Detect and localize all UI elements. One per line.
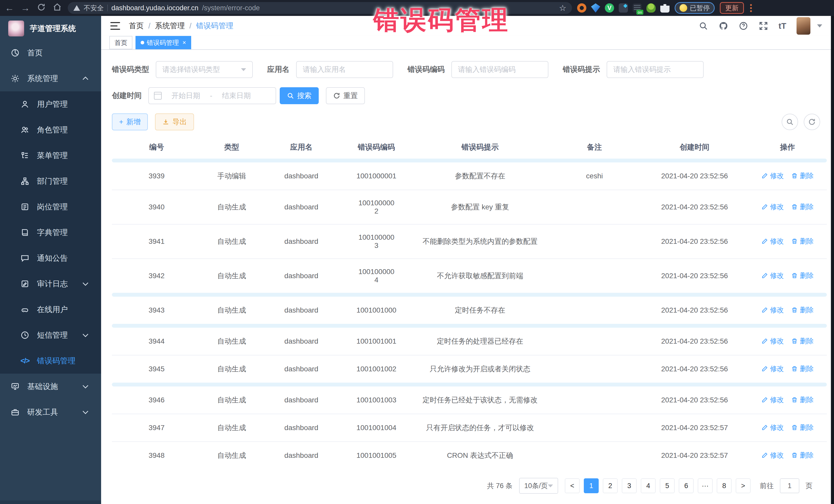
sidebar-item-audit-log[interactable]: 审计日志	[0, 271, 101, 297]
tab-error-code[interactable]: 错误码管理 ×	[135, 36, 191, 49]
delete-button[interactable]: 删除	[791, 395, 814, 404]
delete-button[interactable]: 删除	[791, 237, 814, 246]
table-row[interactable]: 3945自动生成dashboard 1001001002 只允许修改为开启或者关…	[112, 355, 827, 382]
error-type-select[interactable]: 请选择错误码类型	[156, 61, 253, 78]
table-row[interactable]: 3941自动生成dashboard 1001000003 不能删除类型为系统内置…	[112, 224, 827, 259]
extensions-puzzle-icon[interactable]	[660, 3, 670, 13]
edit-button[interactable]: 修改	[761, 336, 784, 346]
extension-orange-icon[interactable]	[577, 3, 586, 13]
sidebar-item-sms[interactable]: 短信管理	[0, 322, 101, 348]
sidebar-item-dict[interactable]: 字典管理	[0, 220, 101, 245]
hamburger-icon[interactable]	[110, 22, 120, 30]
chrome-update-button[interactable]: 更新	[720, 2, 744, 14]
table-row[interactable]: 3944自动生成dashboard 1001001001 定时任务的处理器已经存…	[112, 328, 827, 355]
add-button[interactable]: + 新增	[112, 113, 148, 130]
sidebar-item-notice[interactable]: 通知公告	[0, 245, 101, 271]
sidebar-item-roles[interactable]: 角色管理	[0, 117, 101, 143]
page-ellipsis[interactable]: ···	[698, 478, 712, 493]
export-button[interactable]: 导出	[155, 113, 194, 130]
sidebar-item-users[interactable]: 用户管理	[0, 91, 101, 117]
edit-button[interactable]: 修改	[761, 305, 784, 314]
browser-reload-icon[interactable]	[36, 3, 47, 13]
bookmark-star-icon[interactable]: ☆	[559, 3, 566, 13]
start-date-input[interactable]	[165, 92, 206, 100]
delete-button[interactable]: 删除	[791, 271, 814, 280]
user-avatar[interactable]	[796, 17, 810, 35]
table-row[interactable]: 3947自动生成dashboard 1001001004 只有开启状态的任务，才…	[112, 414, 827, 442]
page-size-select[interactable]: 10条/页	[519, 478, 558, 494]
tab-close-icon[interactable]: ×	[182, 39, 186, 46]
edit-button[interactable]: 修改	[761, 423, 784, 432]
reset-button[interactable]: 重置	[326, 87, 365, 104]
page-button-4[interactable]: 4	[641, 478, 656, 493]
edit-button[interactable]: 修改	[761, 202, 784, 212]
sidebar-item-menus[interactable]: 菜单管理	[0, 143, 101, 168]
sidebar-item-dev-tools[interactable]: 研发工具	[0, 399, 101, 425]
browser-back-icon[interactable]: ←	[4, 3, 15, 13]
page-button-1[interactable]: 1	[584, 478, 599, 493]
delete-button[interactable]: 删除	[791, 423, 814, 432]
sidebar-logo-row[interactable]: 芋道管理系统	[0, 16, 101, 40]
extension-gem-icon[interactable]	[591, 3, 600, 13]
extension-grid-icon[interactable]	[619, 3, 628, 13]
goto-page-input[interactable]	[780, 478, 799, 493]
browser-home-icon[interactable]	[52, 3, 63, 13]
sidebar-item-home[interactable]: 首页	[0, 40, 101, 66]
search-button[interactable]: 搜索	[280, 87, 319, 104]
delete-button[interactable]: 删除	[791, 364, 814, 373]
table-row[interactable]: 3939手动编辑dashboard 1001000001 参数配置不存在cesh…	[112, 162, 827, 190]
vue-devtools-icon[interactable]: V	[605, 3, 614, 13]
sidebar-item-online-users[interactable]: 在线用户	[0, 297, 101, 322]
browser-forward-icon[interactable]: →	[20, 3, 31, 13]
sidebar-footer-bar[interactable]	[0, 500, 101, 504]
edit-button[interactable]: 修改	[761, 364, 784, 373]
page-button-3[interactable]: 3	[622, 478, 637, 493]
chrome-menu-icon[interactable]	[750, 4, 752, 12]
next-page-button[interactable]: >	[736, 478, 751, 493]
table-row[interactable]: 3942自动生成dashboard 1001000004 不允许获取敏感配置到前…	[112, 259, 827, 293]
sidebar-item-posts[interactable]: 岗位管理	[0, 194, 101, 220]
edit-button[interactable]: 修改	[761, 395, 784, 404]
table-row[interactable]: 3948自动生成dashboard 1001001005 CRON 表达式不正确…	[112, 442, 827, 469]
edit-button[interactable]: 修改	[761, 171, 784, 180]
refresh-table-icon[interactable]	[804, 114, 820, 130]
sidebar-item-departments[interactable]: 部门管理	[0, 168, 101, 194]
app-name-input[interactable]	[296, 61, 393, 78]
tab-home[interactable]: 首页	[109, 36, 132, 49]
delete-button[interactable]: 删除	[791, 305, 814, 314]
edit-button[interactable]: 修改	[761, 271, 784, 280]
page-button-6[interactable]: 6	[679, 478, 694, 493]
page-button-8[interactable]: 8	[717, 478, 731, 493]
breadcrumb-system[interactable]: 系统管理	[155, 21, 185, 31]
delete-button[interactable]: 删除	[791, 171, 814, 180]
help-icon[interactable]	[739, 21, 748, 31]
breadcrumb-home[interactable]: 首页	[129, 21, 144, 31]
fullscreen-icon[interactable]	[759, 21, 768, 31]
sidebar-item-infrastructure[interactable]: 基础设施	[0, 374, 101, 399]
error-msg-input[interactable]	[607, 61, 704, 78]
sidebar-item-system[interactable]: 系统管理	[0, 66, 101, 91]
avatar-caret-icon[interactable]	[817, 24, 822, 27]
extension-spy-icon[interactable]	[646, 3, 656, 13]
edit-button[interactable]: 修改	[761, 237, 784, 246]
search-icon[interactable]	[699, 21, 708, 31]
table-row[interactable]: 3940自动生成dashboard 1001000002 参数配置 key 重复…	[112, 190, 827, 224]
page-button-5[interactable]: 5	[660, 478, 675, 493]
extension-switch-icon[interactable]: on	[633, 3, 642, 13]
page-button-2[interactable]: 2	[603, 478, 618, 493]
table-row[interactable]: 3943自动生成dashboard 1001001000 定时任务不存在2021…	[112, 297, 827, 324]
delete-button[interactable]: 删除	[791, 202, 814, 212]
end-date-input[interactable]	[216, 92, 257, 100]
date-range-picker[interactable]: -	[148, 87, 276, 104]
sidebar-item-error-code[interactable]: </> 错误码管理	[0, 348, 101, 374]
edit-button[interactable]: 修改	[761, 451, 784, 460]
github-icon[interactable]	[719, 21, 728, 31]
show-search-toggle-icon[interactable]	[782, 114, 798, 130]
prev-page-button[interactable]: <	[565, 478, 580, 493]
table-row[interactable]: 3946自动生成dashboard 1001001003 定时任务已经处于该状态…	[112, 387, 827, 414]
font-size-icon[interactable]: tT	[778, 21, 786, 31]
delete-button[interactable]: 删除	[791, 451, 814, 460]
profile-paused-pill[interactable]: 已暂停	[675, 2, 715, 14]
delete-button[interactable]: 删除	[791, 336, 814, 346]
error-code-input[interactable]	[452, 61, 548, 78]
